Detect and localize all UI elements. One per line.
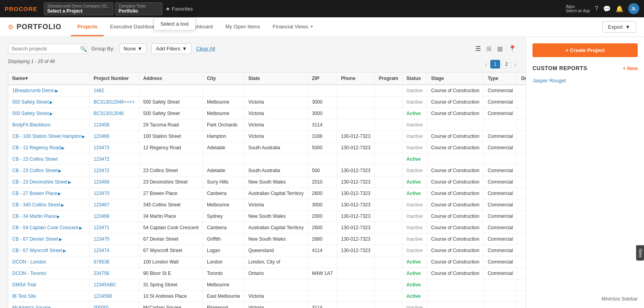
col-city[interactable]: City (203, 72, 244, 85)
project-number-link[interactable]: 123469 (93, 179, 109, 185)
favorites-button[interactable]: ★ Favorites (166, 6, 193, 12)
project-name-link[interactable]: CB - 34 Martin Place (12, 213, 56, 219)
list-view-button[interactable]: ☰ (474, 44, 482, 53)
prev-page-button[interactable]: ‹ (484, 60, 489, 68)
project-name-link[interactable]: McAdam's Square (12, 305, 51, 308)
page-1-button[interactable]: 1 (490, 60, 500, 69)
col-type[interactable]: Type (484, 72, 517, 85)
notifications-icon-btn[interactable]: 🔔 (616, 5, 624, 13)
project-number-link[interactable]: BC313012046++++ (93, 99, 135, 105)
project-name-link[interactable]: DMSA Trial (12, 282, 36, 288)
cell-program (374, 85, 402, 96)
page-2-button[interactable]: 2 (502, 60, 512, 69)
project-number-link[interactable]: 123472 (93, 168, 109, 173)
project-name-link[interactable]: CB - 27 Bowen Place (12, 191, 57, 196)
project-number-link[interactable]: 123467 (93, 202, 109, 208)
chat-icon-btn[interactable]: 💬 (603, 5, 611, 13)
project-name-link[interactable]: 500 Safety Street (12, 111, 49, 116)
project-name-link[interactable]: IB Test Site (12, 293, 36, 299)
col-phone[interactable]: Phone (337, 72, 375, 85)
cell-status: Inactive (402, 142, 427, 154)
table-row: CB - 54 Captain Cook Crescent▶ 123471 54… (8, 222, 526, 234)
col-zip[interactable]: ZIP (308, 72, 337, 85)
tab-financial-views[interactable]: Financial Views ▼ (266, 18, 320, 36)
project-name-link[interactable]: DCON - London (12, 259, 46, 265)
project-number-link[interactable]: 678536 (93, 259, 109, 265)
cell-address: 29 Tacoma Road (139, 119, 203, 131)
project-name-link[interactable]: 500 Safety Street (12, 99, 49, 105)
project-number-link[interactable]: 123473 (93, 145, 109, 150)
report-item[interactable]: Jasper Rouget (532, 76, 638, 85)
map-view-button[interactable]: 📍 (507, 44, 518, 53)
col-state[interactable]: State (244, 72, 308, 85)
grid-view-button[interactable]: ⊞ (485, 44, 493, 53)
card-view-button[interactable]: ▦ (495, 44, 504, 53)
cell-phone: 130-012-7323 (337, 188, 375, 199)
cell-name: CB - 23 Collins Street▶ (8, 165, 89, 176)
tab-projects[interactable]: Projects (71, 18, 104, 36)
project-number-link[interactable]: 123470 (93, 191, 109, 196)
cell-zip (308, 154, 337, 165)
project-number-link[interactable]: 123475 (93, 236, 109, 242)
project-name-link[interactable]: BodyFit Blackburn (12, 122, 50, 128)
project-name-link[interactable]: CB - 23 Collins Street (12, 168, 58, 173)
cell-state: New South Wales (244, 176, 308, 188)
col-address[interactable]: Address (139, 72, 203, 85)
project-number-link[interactable]: 234756 (93, 271, 109, 276)
project-name-link[interactable]: CB - 345 Collins Street (12, 202, 60, 208)
project-number-link[interactable]: 123474 (93, 248, 109, 253)
col-number[interactable]: Project Number (89, 72, 139, 85)
create-project-button[interactable]: + Create Project (532, 43, 638, 57)
project-number-link[interactable]: 123466 (93, 134, 109, 139)
project-name-link[interactable]: DCON - Toronto (12, 271, 46, 276)
col-name[interactable]: Name▾ (8, 72, 89, 85)
project-name-link[interactable]: CB - 23 Devonshire Street (12, 179, 67, 185)
project-number-link[interactable]: 123458 (93, 122, 109, 128)
clear-all-button[interactable]: Clear All (196, 46, 215, 52)
project-name-link[interactable]: CB - 67 Wyncroft Street (12, 248, 62, 253)
minimize-sidebar-button[interactable]: Minimize Sidebar (601, 296, 638, 302)
project-number-link[interactable]: 123472 (93, 156, 109, 162)
flag-icon: ▶ (50, 111, 53, 116)
tool-breadcrumb[interactable]: Company Tools Portfolio (115, 2, 162, 15)
next-page-button[interactable]: › (513, 60, 518, 68)
col-stage[interactable]: Stage (427, 72, 484, 85)
help-icon-btn[interactable]: ? (595, 5, 598, 12)
gear-icon[interactable]: ⚙ (8, 23, 13, 31)
cell-address: 67 Devlan Street (139, 234, 203, 245)
project-number-link[interactable]: 12345ABC (93, 282, 116, 288)
project-number-link[interactable]: BC313012046 (93, 111, 124, 116)
col-program[interactable]: Program (374, 72, 402, 85)
apps-selector[interactable]: Apps Select an App (566, 4, 590, 13)
export-button[interactable]: Export ▼ (602, 21, 636, 33)
col-status[interactable]: Status (402, 72, 427, 85)
group-by-dropdown[interactable]: None ▼ (119, 43, 147, 54)
col-department[interactable]: Department (517, 72, 526, 85)
cell-dept (517, 211, 526, 222)
avatar[interactable]: JL (628, 3, 639, 14)
help-tab[interactable]: Help (636, 245, 644, 261)
tab-my-open-items[interactable]: My Open Items (219, 18, 266, 36)
project-name-link[interactable]: 1Breadcrumb Demo (12, 88, 54, 93)
project-name-link[interactable]: CB - 100 Station Street Hampton (12, 134, 81, 139)
project-number-link[interactable]: 123471 (93, 225, 109, 230)
project-number-link[interactable]: 000001 (93, 305, 109, 308)
cell-address: 345 Collins Street (139, 199, 203, 211)
cell-program (374, 119, 402, 131)
project-name-link[interactable]: CB - 67 Devlan Street (12, 236, 58, 242)
project-number-link[interactable]: 1234590 (93, 293, 112, 299)
add-filters-button[interactable]: Add Filters ▼ (151, 43, 191, 54)
cell-program (374, 279, 402, 291)
project-number-link[interactable]: 123468 (93, 213, 109, 219)
cell-dept (517, 154, 526, 165)
search-input[interactable] (11, 46, 78, 52)
project-name-link[interactable]: CB - 54 Captain Cook Crescent (12, 225, 78, 230)
project-name-link[interactable]: CB - 12 Regency Road (12, 145, 61, 150)
project-name-link[interactable]: CB - 23 Collins Street (12, 156, 58, 162)
cell-name: CB - 345 Collins Street▶ (8, 199, 89, 211)
tool-breadcrumb-bottom: Portfolio (119, 8, 159, 14)
cell-state: Victoria (244, 108, 308, 119)
project-number-link[interactable]: 1482 (93, 88, 104, 93)
company-breadcrumb[interactable]: 1breadcrumb Demo Company US... Select a … (44, 2, 114, 15)
new-report-button[interactable]: + New (623, 65, 638, 71)
